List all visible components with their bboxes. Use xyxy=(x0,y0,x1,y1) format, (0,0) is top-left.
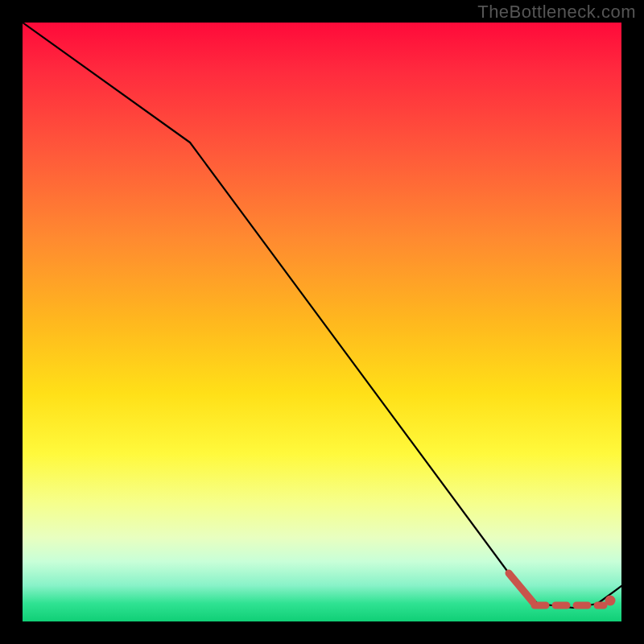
chart-svg xyxy=(23,23,621,621)
chart-frame: TheBottleneck.com xyxy=(0,0,644,644)
plot-area xyxy=(23,23,621,621)
highlight-entry xyxy=(509,573,533,602)
end-point-marker xyxy=(605,596,616,606)
main-curve xyxy=(23,23,621,608)
watermark-text: TheBottleneck.com xyxy=(477,2,636,23)
